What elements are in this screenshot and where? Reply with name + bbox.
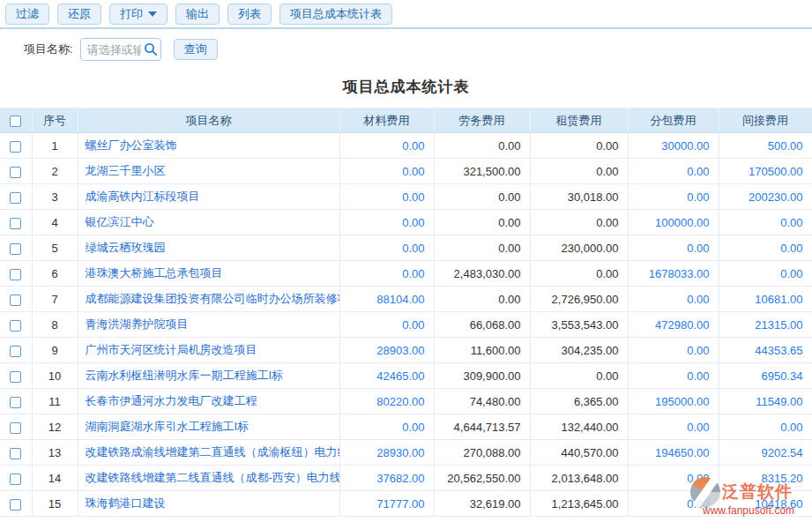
- cell-subcontract[interactable]: 0.00: [628, 491, 719, 517]
- cell-name[interactable]: 成都能源建设集团投资有限公司临时办公场所装修项目: [78, 287, 339, 312]
- cell-indirect[interactable]: 11549.00: [719, 389, 812, 414]
- cell-name[interactable]: 云南水利枢纽潜明水库一期工程施工I标: [78, 363, 339, 389]
- cell-material[interactable]: 28903.00: [339, 338, 434, 363]
- cell-labor: 270,088.00: [434, 440, 530, 466]
- row-checkbox-cell: [0, 440, 32, 466]
- row-checkbox[interactable]: [10, 295, 21, 306]
- cell-material[interactable]: 42465.00: [339, 363, 434, 389]
- row-checkbox[interactable]: [10, 499, 21, 511]
- select-all-checkbox[interactable]: [10, 116, 21, 127]
- cell-rental: 0.00: [530, 363, 628, 389]
- cell-indirect[interactable]: 10418.60: [719, 491, 812, 517]
- cell-material[interactable]: 0.00: [339, 184, 434, 210]
- row-checkbox[interactable]: [10, 269, 21, 280]
- cell-material[interactable]: 71777.00: [339, 491, 434, 517]
- list-button[interactable]: 列表: [227, 4, 272, 25]
- row-checkbox[interactable]: [10, 397, 21, 408]
- cell-subcontract[interactable]: 194650.00: [628, 440, 719, 466]
- cell-subcontract[interactable]: 1678033.00: [628, 261, 719, 287]
- cell-rental: 230,000.00: [530, 235, 628, 261]
- cell-material[interactable]: 0.00: [339, 312, 434, 338]
- cell-indirect[interactable]: 44353.65: [719, 338, 812, 363]
- cell-material[interactable]: 0.00: [339, 414, 434, 440]
- tab-project-total-cost[interactable]: 项目总成本统计表: [279, 4, 392, 25]
- cell-subcontract[interactable]: 0.00: [628, 466, 719, 491]
- cell-no: 5: [32, 235, 78, 261]
- cell-name[interactable]: 长春市伊通河水力发电厂改建工程: [78, 389, 339, 414]
- cell-name[interactable]: 绿城云栖玫瑰园: [78, 235, 339, 261]
- cell-indirect[interactable]: 0.00: [719, 414, 812, 440]
- chevron-down-icon: [148, 11, 157, 17]
- cell-subcontract[interactable]: 472980.00: [628, 312, 719, 338]
- restore-button[interactable]: 还原: [57, 4, 101, 25]
- cell-indirect[interactable]: 10681.00: [719, 287, 812, 312]
- cell-subcontract[interactable]: 0.00: [628, 363, 719, 389]
- row-checkbox[interactable]: [10, 448, 21, 459]
- cell-subcontract[interactable]: 0.00: [628, 184, 719, 210]
- row-checkbox-cell: [0, 210, 32, 235]
- cell-name[interactable]: 改建铁路线增建第二线直通线（成都-西安）电力线路: [78, 466, 339, 491]
- cell-labor: 11,600.00: [434, 338, 530, 363]
- cell-material[interactable]: 88104.00: [339, 287, 434, 312]
- cell-indirect[interactable]: 8315.20: [719, 466, 812, 491]
- cell-name[interactable]: 青海洪湖养护院项目: [78, 312, 339, 338]
- cell-indirect[interactable]: 21315.00: [719, 312, 812, 338]
- cell-name[interactable]: 银亿滨江中心: [78, 210, 339, 235]
- cell-subcontract[interactable]: 0.00: [628, 338, 719, 363]
- print-button[interactable]: 打印: [109, 4, 168, 25]
- cell-subcontract[interactable]: 0.00: [628, 159, 719, 184]
- cell-material[interactable]: 80220.00: [339, 389, 434, 414]
- row-checkbox[interactable]: [10, 320, 21, 332]
- project-name-label: 项目名称:: [24, 41, 73, 57]
- cell-material[interactable]: 37682.00: [339, 466, 434, 491]
- cell-rental: 2,726,950.00: [530, 287, 628, 312]
- cell-indirect[interactable]: 500.00: [719, 133, 812, 159]
- cell-subcontract[interactable]: 100000.00: [628, 210, 719, 235]
- row-checkbox[interactable]: [10, 371, 21, 383]
- cell-name[interactable]: 龙湖三千里小区: [78, 159, 339, 184]
- cell-name[interactable]: 广州市天河区统计局机房改造项目: [78, 338, 339, 363]
- cell-material[interactable]: 0.00: [339, 235, 434, 261]
- cell-indirect[interactable]: 9202.54: [719, 440, 812, 466]
- cell-name[interactable]: 改建铁路成渝线增建第二直通线（成渝枢纽）电力线路: [78, 440, 339, 466]
- cell-indirect[interactable]: 0.00: [719, 261, 812, 287]
- cell-name[interactable]: 湖南洞庭湖水库引水工程施工I标: [78, 414, 339, 440]
- cell-labor: 2,483,030.00: [434, 261, 530, 287]
- cell-material[interactable]: 28930.00: [339, 440, 434, 466]
- cell-subcontract[interactable]: 195000.00: [628, 389, 719, 414]
- cell-name[interactable]: 成渝高铁内江标段项目: [78, 184, 339, 210]
- cell-material[interactable]: 0.00: [339, 159, 434, 184]
- row-checkbox[interactable]: [10, 218, 21, 229]
- row-checkbox[interactable]: [10, 422, 21, 434]
- magnifier-icon[interactable]: [144, 42, 158, 56]
- cell-indirect[interactable]: 200230.00: [719, 184, 812, 210]
- row-checkbox[interactable]: [10, 474, 21, 485]
- cell-subcontract[interactable]: 30000.00: [628, 133, 719, 159]
- cell-material[interactable]: 0.00: [339, 133, 434, 159]
- row-checkbox[interactable]: [10, 346, 21, 357]
- row-checkbox[interactable]: [10, 243, 21, 255]
- filter-button[interactable]: 过滤: [5, 4, 49, 25]
- cell-material[interactable]: 0.00: [339, 261, 434, 287]
- cell-subcontract[interactable]: 0.00: [628, 414, 719, 440]
- cell-subcontract[interactable]: 0.00: [628, 287, 719, 312]
- column-header-indirect: 间接费用: [719, 108, 812, 133]
- row-checkbox[interactable]: [10, 141, 21, 153]
- cell-subcontract[interactable]: 0.00: [628, 235, 719, 261]
- row-checkbox-cell: [0, 414, 32, 440]
- cell-name[interactable]: 珠海鹤港口建设: [78, 491, 339, 517]
- cell-indirect[interactable]: 0.00: [719, 235, 812, 261]
- cell-name[interactable]: 港珠澳大桥施工总承包项目: [78, 261, 339, 287]
- cell-labor: 0.00: [434, 287, 530, 312]
- query-button[interactable]: 查询: [174, 39, 218, 60]
- cell-labor: 0.00: [434, 210, 530, 235]
- row-checkbox[interactable]: [10, 167, 21, 178]
- cell-indirect[interactable]: 6950.34: [719, 363, 812, 389]
- cell-name[interactable]: 螺丝厂办公室装饰: [78, 133, 339, 159]
- row-checkbox[interactable]: [10, 192, 21, 204]
- output-button[interactable]: 输出: [175, 4, 220, 25]
- cell-indirect[interactable]: 170500.00: [719, 159, 812, 184]
- cell-material[interactable]: 0.00: [339, 210, 434, 235]
- cell-rental: 132,440.00: [530, 414, 628, 440]
- cell-indirect[interactable]: 0.00: [719, 210, 812, 235]
